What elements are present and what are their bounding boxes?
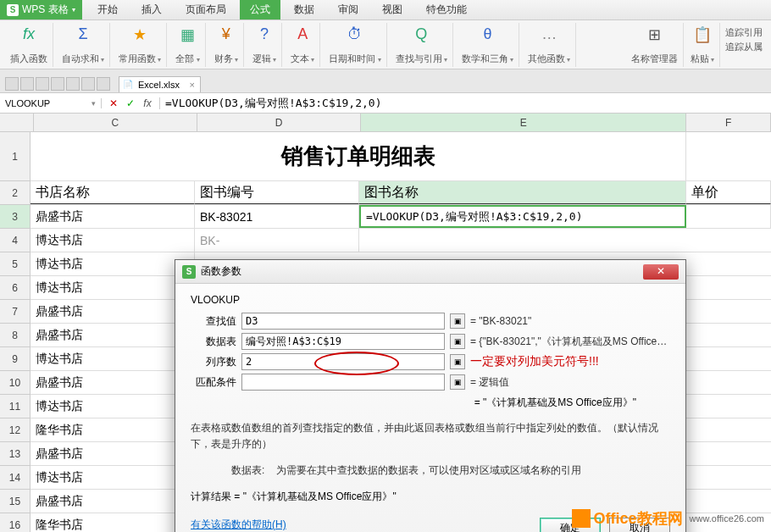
cell-C2[interactable]: 书店名称 bbox=[31, 181, 195, 204]
tool-redo[interactable] bbox=[97, 77, 110, 91]
ribbon-autosum[interactable]: Σ自动求和 bbox=[57, 23, 110, 67]
dialog-titlebar[interactable]: S 函数参数 ✕ bbox=[175, 260, 685, 284]
cell-F2[interactable]: 单价 bbox=[686, 181, 771, 204]
fx-button[interactable]: fx bbox=[141, 97, 154, 109]
tool-4[interactable] bbox=[51, 77, 64, 91]
menu-pagelayout[interactable]: 页面布局 bbox=[175, 0, 236, 19]
row-header-8[interactable]: 8 bbox=[0, 324, 30, 347]
row-header-15[interactable]: 15 bbox=[0, 490, 30, 513]
formula-accept[interactable]: ✓ bbox=[124, 97, 137, 109]
ribbon-text[interactable]: A文本 bbox=[286, 23, 320, 67]
cell-C4[interactable]: 博达书店 bbox=[31, 229, 195, 252]
menu-review[interactable]: 审阅 bbox=[328, 0, 369, 19]
tool-2[interactable] bbox=[20, 77, 34, 91]
cell-C6[interactable]: 博达书店 bbox=[31, 276, 195, 299]
row-header-11[interactable]: 11 bbox=[0, 395, 30, 418]
row-header-7[interactable]: 7 bbox=[0, 300, 30, 324]
param1-input[interactable] bbox=[241, 313, 445, 330]
name-box[interactable]: VLOOKUP bbox=[0, 98, 102, 108]
ribbon-name-mgr[interactable]: ⊞名称管理器 bbox=[626, 23, 684, 67]
cell-D3[interactable]: BK-83021 bbox=[195, 205, 359, 228]
select-all-corner[interactable] bbox=[0, 114, 34, 132]
menu-formula[interactable]: 公式 bbox=[240, 0, 280, 19]
cell-F3[interactable] bbox=[686, 205, 771, 228]
param-row-lookup: 查找值 ▣ = "BK-83021" bbox=[191, 313, 670, 330]
col-headers: C D E F bbox=[0, 114, 771, 132]
doc-tab[interactable]: Excel.xlsx × bbox=[119, 76, 201, 92]
menu-insert[interactable]: 插入 bbox=[131, 0, 172, 19]
col-header-D[interactable]: D bbox=[197, 114, 361, 132]
formula-cancel[interactable]: ✕ bbox=[107, 97, 120, 109]
grid-icon: ▦ bbox=[178, 25, 198, 45]
param-help-label: 数据表: bbox=[231, 464, 264, 476]
row-header-13[interactable]: 13 bbox=[0, 442, 30, 466]
row-header-16[interactable]: 16 bbox=[0, 513, 30, 532]
cell-E3-editing[interactable]: =VLOOKUP(D3,编号对照!A$3:C$19,2,0) bbox=[359, 205, 686, 228]
menu-data[interactable]: 数据 bbox=[284, 0, 324, 19]
row-header-9[interactable]: 9 bbox=[0, 347, 30, 371]
ribbon-finance[interactable]: ¥财务 bbox=[209, 23, 244, 67]
app-dropdown-icon[interactable]: ▾ bbox=[72, 6, 75, 14]
cell-D4[interactable]: BK- bbox=[195, 229, 359, 252]
tool-5[interactable] bbox=[66, 77, 80, 91]
ribbon-insert-fn[interactable]: fx插入函数 bbox=[5, 23, 53, 67]
dialog-close-button[interactable]: ✕ bbox=[643, 264, 679, 280]
row-header-4[interactable]: 4 bbox=[0, 229, 30, 252]
ribbon-common[interactable]: ★常用函数 bbox=[114, 23, 167, 67]
param4-input[interactable] bbox=[241, 374, 445, 391]
result-value: "《计算机基础及MS Office应用》" bbox=[243, 490, 397, 502]
ribbon-other[interactable]: …其他函数 bbox=[523, 23, 576, 67]
ribbon-datetime[interactable]: ⏱日期和时间 bbox=[324, 23, 386, 67]
trace-dependents[interactable]: 追踪从属 bbox=[725, 41, 763, 53]
col-header-F[interactable]: F bbox=[686, 114, 771, 132]
range-picker-icon[interactable]: ▣ bbox=[450, 334, 465, 349]
menu-special[interactable]: 特色功能 bbox=[416, 0, 477, 19]
tool-1[interactable] bbox=[5, 77, 19, 91]
param3-input[interactable] bbox=[241, 353, 445, 370]
cell-C13[interactable]: 鼎盛书店 bbox=[31, 442, 195, 465]
row-header-6[interactable]: 6 bbox=[0, 276, 30, 300]
cell-C10[interactable]: 鼎盛书店 bbox=[31, 371, 195, 394]
cell-E2[interactable]: 图书名称 bbox=[359, 181, 686, 204]
row-header-1[interactable]: 1 bbox=[0, 132, 30, 181]
param2-input[interactable] bbox=[241, 333, 445, 350]
col-header-E[interactable]: E bbox=[361, 114, 686, 132]
cell-C3[interactable]: 鼎盛书店 bbox=[31, 205, 195, 228]
cell-C5[interactable]: 博达书店 bbox=[31, 252, 195, 275]
tool-undo[interactable] bbox=[81, 77, 95, 91]
ribbon-all[interactable]: ▦全部 bbox=[170, 23, 205, 67]
cell-D2[interactable]: 图书编号 bbox=[195, 181, 359, 204]
cell-C12[interactable]: 隆华书店 bbox=[31, 418, 195, 441]
ribbon-paste[interactable]: 📋粘贴 bbox=[685, 23, 720, 67]
range-picker-icon[interactable]: ▣ bbox=[450, 354, 465, 369]
watermark-icon bbox=[572, 509, 591, 528]
cell-C15[interactable]: 鼎盛书店 bbox=[31, 490, 195, 513]
ribbon-math[interactable]: θ数学和三角 bbox=[457, 23, 519, 67]
cell-C14[interactable]: 博达书店 bbox=[31, 466, 195, 489]
cell-C16[interactable]: 隆华书店 bbox=[31, 513, 195, 532]
yen-icon: ¥ bbox=[216, 25, 236, 45]
row-header-2[interactable]: 2 bbox=[0, 181, 30, 205]
cell-C7[interactable]: 鼎盛书店 bbox=[31, 300, 195, 323]
cell-C11[interactable]: 博达书店 bbox=[31, 395, 195, 418]
formula-input[interactable]: =VLOOKUP(D3,编号对照!A$3:C$19,2,0) bbox=[160, 96, 771, 111]
cell-C8[interactable]: 鼎盛书店 bbox=[31, 324, 195, 346]
col-header-C[interactable]: C bbox=[34, 114, 197, 132]
ribbon-logic[interactable]: ?逻辑 bbox=[247, 23, 282, 67]
range-picker-icon[interactable]: ▣ bbox=[450, 374, 465, 390]
row-header-3[interactable]: 3 bbox=[0, 205, 30, 229]
row-header-12[interactable]: 12 bbox=[0, 418, 30, 442]
close-icon[interactable]: × bbox=[189, 80, 194, 90]
row-header-10[interactable]: 10 bbox=[0, 371, 30, 395]
row-header-14[interactable]: 14 bbox=[0, 466, 30, 490]
title-cell[interactable]: 销售订单明细表 bbox=[31, 132, 686, 180]
help-link[interactable]: 有关该函数的帮助(H) bbox=[191, 518, 286, 532]
cell-C9[interactable]: 博达书店 bbox=[31, 347, 195, 370]
trace-precedents[interactable]: 追踪引用 bbox=[725, 26, 763, 39]
tool-3[interactable] bbox=[36, 77, 49, 91]
row-header-5[interactable]: 5 bbox=[0, 252, 30, 276]
menu-start[interactable]: 开始 bbox=[87, 0, 128, 19]
menu-view[interactable]: 视图 bbox=[372, 0, 413, 19]
range-picker-icon[interactable]: ▣ bbox=[450, 313, 465, 329]
ribbon-lookup[interactable]: Q查找与引用 bbox=[391, 23, 453, 67]
